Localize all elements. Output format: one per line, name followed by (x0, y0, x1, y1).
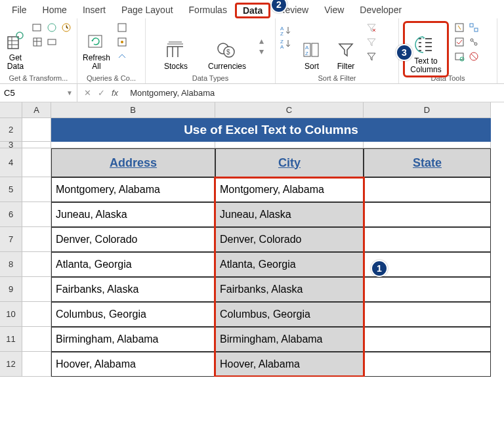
cell[interactable] (22, 118, 51, 142)
cell[interactable] (22, 148, 51, 177)
relationships-icon[interactable] (467, 35, 480, 49)
row-header[interactable]: 9 (0, 277, 22, 302)
refresh-all-button[interactable]: Refresh All (81, 21, 112, 71)
table-cell[interactable]: Juneau, Alaska (215, 202, 364, 227)
table-cell[interactable]: Fairbanks, Alaska (215, 277, 364, 302)
table-header[interactable]: Address (51, 148, 215, 177)
table-cell[interactable] (364, 302, 491, 327)
get-data-button[interactable]: Get Data (4, 21, 27, 71)
row-header[interactable]: 7 (0, 227, 22, 252)
cell[interactable] (22, 142, 51, 148)
name-box-dropdown-icon[interactable]: ▼ (66, 89, 73, 96)
row-header[interactable]: 10 (0, 302, 22, 327)
table-cell[interactable] (364, 277, 491, 302)
row-header[interactable]: 6 (0, 202, 22, 227)
table-cell[interactable] (364, 177, 491, 202)
clear-filter-icon[interactable] (365, 21, 378, 34)
recent-sources-icon[interactable] (60, 21, 73, 34)
properties-icon[interactable] (116, 35, 129, 49)
cell[interactable] (22, 202, 51, 227)
row-header[interactable]: 5 (0, 177, 22, 202)
stocks-button[interactable]: Stocks (157, 21, 195, 71)
row-header[interactable]: 8 (0, 252, 22, 277)
advanced-icon[interactable] (365, 50, 378, 63)
table-cell[interactable] (364, 202, 491, 227)
cell[interactable] (22, 352, 51, 377)
cell[interactable] (22, 302, 51, 327)
remove-duplicates-icon[interactable] (453, 35, 466, 49)
table-cell[interactable]: Birmingham, Alabama (215, 327, 364, 352)
row-header[interactable]: 11 (0, 327, 22, 352)
col-header[interactable]: D (364, 102, 491, 118)
enter-icon[interactable]: ✓ (98, 88, 105, 98)
row-header[interactable]: 3 (0, 142, 22, 148)
row-header[interactable]: 12 (0, 352, 22, 377)
data-validation-icon[interactable] (453, 50, 466, 63)
table-cell[interactable]: Denver, Colorado (215, 227, 364, 252)
existing-connections-icon[interactable] (45, 35, 58, 49)
sort-button[interactable]: AZ Sort (297, 21, 327, 71)
from-web-icon[interactable] (45, 21, 58, 34)
row-header[interactable]: 4 (0, 148, 22, 177)
reapply-icon[interactable] (365, 35, 378, 49)
sheet-title[interactable]: Use of Excel Text to Columns (51, 118, 491, 142)
tab-file[interactable]: File (4, 2, 35, 18)
tab-view[interactable]: View (316, 2, 352, 18)
cell[interactable] (51, 142, 215, 148)
col-header[interactable]: C (215, 102, 364, 118)
table-cell[interactable]: Columbus, Georgia (51, 302, 215, 327)
table-cell[interactable] (364, 327, 491, 352)
cell[interactable] (364, 142, 491, 148)
table-cell[interactable]: Atlanta, Georgia (51, 252, 215, 277)
edit-links-icon[interactable] (116, 50, 129, 63)
currencies-button[interactable]: $ Currencies (208, 21, 246, 71)
fx-icon[interactable]: fx (112, 88, 118, 98)
svg-rect-0 (8, 37, 18, 49)
table-cell[interactable]: Montgomery, Alabama (215, 177, 364, 202)
col-header[interactable]: B (51, 102, 215, 118)
filter-button[interactable]: Filter (331, 21, 361, 71)
cell[interactable] (22, 177, 51, 202)
table-cell[interactable]: Juneau, Alaska (51, 202, 215, 227)
table-cell[interactable] (364, 352, 491, 377)
table-header[interactable]: City (215, 148, 364, 177)
select-all-corner[interactable] (0, 102, 22, 118)
name-box[interactable]: C5▼ (0, 84, 77, 102)
table-cell[interactable]: Hoover, Alabama (215, 352, 364, 377)
group-data-tools: Text to Columns 3 Data Tools (399, 18, 497, 83)
table-cell[interactable]: Atlanta, Georgia (215, 252, 364, 277)
tab-data[interactable]: Data (235, 3, 270, 18)
table-cell[interactable]: Birmingham, Alabama (51, 327, 215, 352)
tab-home[interactable]: Home (35, 2, 75, 18)
from-text-icon[interactable] (31, 21, 44, 34)
cell[interactable] (22, 252, 51, 277)
cell[interactable] (215, 142, 364, 148)
col-header[interactable]: A (22, 102, 51, 118)
consolidate-icon[interactable] (467, 21, 480, 34)
from-table-icon[interactable] (31, 35, 44, 49)
table-cell[interactable] (364, 227, 491, 252)
table-cell[interactable]: Denver, Colorado (51, 227, 215, 252)
table-cell[interactable]: Fairbanks, Alaska (51, 277, 215, 302)
tab-page-layout[interactable]: Page Layout (114, 2, 181, 18)
cell[interactable] (22, 277, 51, 302)
tab-insert[interactable]: Insert (75, 2, 114, 18)
cancel-icon[interactable]: ✕ (84, 88, 91, 98)
flash-fill-icon[interactable] (453, 21, 466, 34)
sort-desc-button[interactable]: ZA (280, 38, 293, 50)
table-cell[interactable]: Columbus, Georgia (215, 302, 364, 327)
sort-asc-button[interactable]: AZ (280, 25, 293, 37)
cell[interactable] (22, 327, 51, 352)
scroll-up-icon[interactable]: ▴ (259, 35, 264, 46)
cell[interactable] (22, 227, 51, 252)
tab-formulas[interactable]: Formulas (181, 2, 235, 18)
formula-input[interactable]: Montgomery, Alabama (125, 88, 215, 98)
table-cell[interactable]: Hoover, Alabama (51, 352, 215, 377)
tab-developer[interactable]: Developer (352, 2, 410, 18)
queries-icon[interactable] (116, 21, 129, 34)
manage-data-model-icon[interactable] (467, 50, 480, 63)
table-header[interactable]: State (364, 148, 491, 177)
scroll-down-icon[interactable]: ▾ (259, 46, 264, 56)
row-header[interactable]: 2 (0, 118, 22, 142)
table-cell[interactable]: Montgomery, Alabama (51, 177, 215, 202)
